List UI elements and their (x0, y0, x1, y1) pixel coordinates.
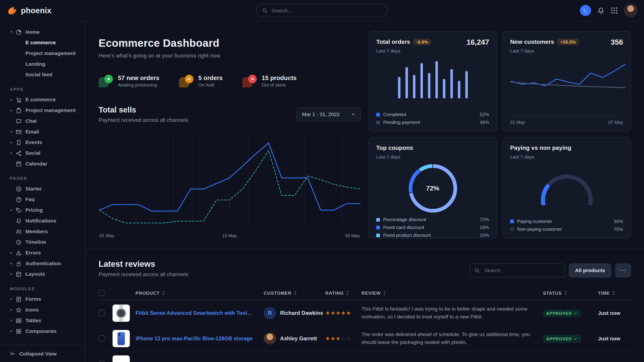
search-input[interactable] (271, 7, 382, 14)
column-header-review[interactable]: REVIEW (362, 291, 543, 295)
sidebar-subitem-project-management[interactable]: Project management (0, 48, 85, 59)
form-icon (16, 296, 22, 302)
stat-orders-on-hold: 5 orders On hold (179, 74, 223, 87)
sidebar-item-forms[interactable]: Forms (0, 294, 85, 305)
sort-icon (162, 291, 165, 295)
sidebar-item-email[interactable]: Email (0, 126, 85, 137)
grid-dots-icon (611, 7, 618, 14)
product-link[interactable]: iPhone 13 pro max-Pacific Blue-128GB sto… (136, 335, 264, 342)
legend-swatch (376, 120, 380, 124)
all-products-button[interactable]: All products (569, 263, 611, 277)
star-icon: ★ (330, 335, 336, 342)
sidebar-item-components[interactable]: Components (0, 326, 85, 337)
star-icon: ★ (330, 310, 336, 316)
sidebar-item-label: Errors (26, 250, 41, 256)
date-range-select[interactable]: Mar 1 - 31, 2022 (297, 107, 361, 121)
legend-paying-customer: Paying customer30% (510, 219, 623, 224)
sidebar-item-label: Icons (26, 307, 39, 313)
row-checkbox[interactable] (99, 310, 105, 316)
sidebar-item-members[interactable]: Members (0, 226, 85, 237)
sidebar-subitem-e-commerce[interactable]: E commerce (0, 37, 85, 48)
reviews-search-input[interactable] (484, 267, 560, 274)
sidebar-subitem-landing[interactable]: Landing (0, 58, 85, 69)
star-icon: ☆ (341, 335, 346, 342)
chevron-right-icon (10, 151, 16, 155)
card-period: Last 7 days (376, 154, 413, 159)
check-icon: ✓ (574, 311, 578, 315)
page-title: Ecommerce Dashboard (99, 37, 361, 50)
notifications-button[interactable] (597, 7, 604, 14)
sidebar-item-calendar[interactable]: Calendar (0, 159, 85, 169)
sidebar-item-label: Authentication (26, 261, 61, 267)
collapsed-view-toggle[interactable]: Collapsed View (0, 345, 85, 362)
legend-swatch (376, 113, 380, 116)
sidebar-item-authentication[interactable]: Authentication (0, 258, 85, 269)
sidebar-item-e-commerce[interactable]: E commerce (0, 94, 85, 105)
column-header-rating[interactable]: RATING (325, 291, 362, 295)
history-icon (16, 239, 22, 245)
x-tick: 07 May (608, 120, 623, 125)
x-tick: 01 May (510, 120, 525, 125)
legend-label: Percentage discount (383, 217, 426, 222)
column-header-product[interactable]: PRODUCT (136, 291, 264, 295)
new-customers-line-chart (510, 59, 626, 103)
legend-value: 10% (480, 233, 489, 238)
column-header-customer[interactable]: CUSTOMER (264, 291, 325, 295)
sidebar-item-home[interactable]: Home (0, 27, 85, 37)
user-avatar[interactable] (624, 4, 638, 17)
sidebar-item-pricing[interactable]: Pricing (0, 205, 85, 216)
global-search[interactable] (256, 4, 388, 17)
screen: phoenix ☾ HomeE commerc (0, 0, 644, 362)
sidebar-item-starter[interactable]: Starter (0, 183, 85, 194)
sidebar-item-social[interactable]: Social (0, 148, 85, 159)
star-icon: ★ (346, 310, 351, 316)
chevron-down-icon (351, 112, 355, 116)
stat-new-orders: ★ 57 new orders Awating processing (99, 74, 159, 87)
theme-toggle-button[interactable]: ☾ (580, 5, 591, 16)
reviews-subtitle: Payment received across all channels (99, 271, 188, 278)
sidebar-item-icons[interactable]: Icons (0, 305, 85, 315)
column-header-status[interactable]: STATUS (543, 291, 598, 295)
check-icon: ✓ (574, 336, 578, 341)
reviews-table-header: PRODUCTCUSTOMERRATINGREVIEWSTATUSTIME (99, 286, 631, 301)
sidebar-item-events[interactable]: Events (0, 137, 85, 148)
sidebar-item-chat[interactable]: Chat (0, 116, 85, 127)
legend-value: 52% (480, 112, 489, 117)
status-label: APPROVED (546, 311, 572, 315)
sidebar-item-project-management[interactable]: Project management (0, 105, 85, 116)
legend-percentage-discount: Percentage discount72% (376, 217, 489, 222)
row-checkbox[interactable] (99, 361, 105, 362)
brand-logo[interactable]: phoenix (6, 5, 52, 16)
new-customers-badge: +26.5% (557, 39, 579, 45)
reviews-search[interactable] (470, 263, 565, 277)
legend-label: Fixed product discount (383, 233, 431, 238)
select-all-checkbox[interactable] (99, 290, 105, 296)
legend-label: Pending payment (383, 120, 420, 125)
stat-caption: Awating processing (118, 82, 159, 87)
sort-icon (294, 291, 297, 295)
sidebar-item-tables[interactable]: Tables (0, 315, 85, 326)
apps-grid-button[interactable] (611, 7, 618, 14)
sidebar-item-notifications[interactable]: Notifications (0, 216, 85, 226)
sidebar-item-errors[interactable]: Errors (0, 248, 85, 258)
product-thumbnail-smartwatch (112, 304, 130, 322)
sidebar-item-label: Faq (26, 197, 34, 202)
column-header-time[interactable]: TIME (598, 291, 630, 295)
product-link[interactable]: Fitbit Sense Advanced Smartwatch with To… (136, 310, 264, 316)
page-subtitle: Here's what's going on at your business … (99, 52, 361, 59)
puzzle-icon (16, 328, 22, 334)
total-sells-x-axis: 01 May 15 May 30 May (99, 233, 361, 241)
legend-swatch (510, 219, 514, 223)
disc-icon (16, 186, 22, 192)
sidebar-item-timeline[interactable]: Timeline (0, 237, 85, 248)
star-icon (16, 307, 22, 313)
sidebar-item-layouts[interactable]: Layouts (0, 269, 85, 280)
sidebar-item-faq[interactable]: Faq (0, 194, 85, 205)
customer-name: Ashley Garrett (280, 335, 317, 342)
sidebar-subitem-social-feed[interactable]: Social feed (0, 69, 85, 80)
column-label: CUSTOMER (264, 291, 291, 295)
row-checkbox[interactable] (99, 335, 105, 342)
sidebar-item-label: Forms (26, 296, 41, 302)
more-options-button[interactable]: ··· (615, 263, 631, 277)
stat-value: 57 new orders (118, 74, 159, 81)
